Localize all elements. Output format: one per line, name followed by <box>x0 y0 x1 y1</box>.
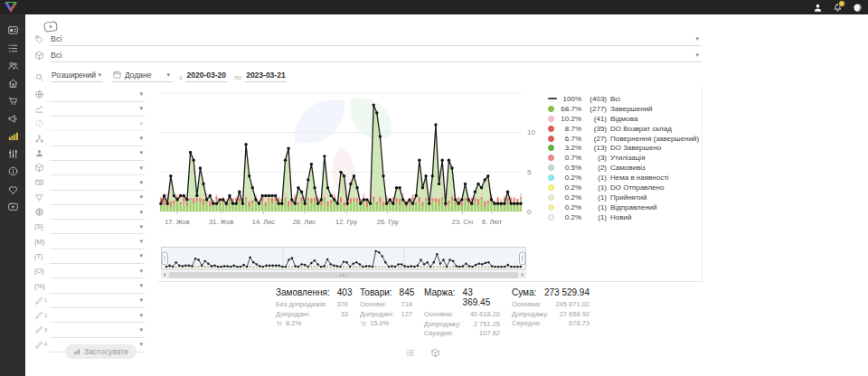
range-handle-right[interactable] <box>520 252 526 265</box>
filter-row-custom-field-2[interactable]: 2 <box>34 307 145 322</box>
chart-scrollbar[interactable] <box>161 271 526 278</box>
filter-person-select[interactable] <box>50 146 145 161</box>
legend-item[interactable]: 0.5%(2)Самовивіз <box>548 163 700 173</box>
filter-row-globe[interactable] <box>34 87 145 101</box>
filter-site-select[interactable] <box>50 204 145 220</box>
summary-value: 845 <box>400 287 415 297</box>
scrollbar-thumb[interactable] <box>169 272 518 278</box>
list-view-icon[interactable] <box>404 347 415 358</box>
filter-row-source-m[interactable]: {M} <box>34 234 145 249</box>
legend-item[interactable]: 3.2%(13)DO Завершено <box>548 143 700 153</box>
date-to-input[interactable]: 2023-03-21 <box>245 68 287 82</box>
notifications-bell-icon[interactable] <box>832 2 843 13</box>
filter-row-categories[interactable]: Всі <box>34 33 701 45</box>
legend-item[interactable]: 0.2%(1)Прийнятий <box>548 193 700 202</box>
legend-count: (1) <box>584 203 607 212</box>
orders-status-chart[interactable]: 051017. Жов31. Жов14. Лис28. Лис12. Гру2… <box>159 90 542 228</box>
scroll-left-arrow-icon[interactable] <box>161 271 168 278</box>
svg-text:17. Жов: 17. Жов <box>165 218 190 226</box>
legend-item[interactable]: 68.7%(277)Завершений <box>548 104 700 114</box>
tags-icon <box>34 34 51 44</box>
footer-view-toggles <box>404 347 440 358</box>
range-handle-left[interactable] <box>162 252 168 265</box>
svg-text:14. Лис: 14. Лис <box>252 218 276 226</box>
help-icon <box>34 118 50 128</box>
legend-item[interactable]: 0.7%(3)Утилізація <box>548 153 700 163</box>
filter-row-site[interactable] <box>34 204 145 219</box>
sidebar-item-settings[interactable] <box>0 146 25 164</box>
scroll-right-arrow-icon[interactable] <box>519 271 526 278</box>
filter-row-product[interactable] <box>34 160 145 174</box>
filter-globe-select[interactable] <box>50 87 145 102</box>
filter-funnel-select[interactable] <box>50 190 145 205</box>
legend-percent: 0.2% <box>559 213 581 221</box>
legend-item[interactable]: 8.7%(35)DO Возврат склад <box>548 124 700 134</box>
filter-row-source-s[interactable]: {S} <box>34 220 145 234</box>
date-field-select[interactable]: Додане <box>112 68 172 82</box>
sidebar-item-info[interactable] <box>0 163 25 181</box>
filter-source-pct-select[interactable] <box>50 277 145 293</box>
filter-row-source-t[interactable]: {T} <box>34 249 145 263</box>
filter-custom-field-2-select[interactable] <box>50 307 145 323</box>
filter-row-hierarchy[interactable] <box>34 131 145 146</box>
app-logo[interactable] <box>4 2 18 14</box>
search-icon[interactable] <box>34 72 52 82</box>
legend-item[interactable]: 100%(403)Всі <box>548 94 700 104</box>
apply-button[interactable]: Застосувати <box>65 344 137 359</box>
legend-item[interactable]: 10.2%(41)Відмова <box>548 114 700 124</box>
summary-sub-value: 2 751.25 <box>474 320 500 330</box>
date-from-input[interactable]: 2020-03-20 <box>185 68 227 82</box>
filter-row-custom-field-3[interactable]: 3 <box>34 323 145 337</box>
sidebar-item-orders[interactable] <box>0 40 25 58</box>
legend-dot-marker <box>548 145 554 151</box>
sidebar-item-statistics[interactable] <box>0 127 25 146</box>
filter-trend-select[interactable] <box>50 101 145 117</box>
filter-help-select[interactable] <box>50 116 145 131</box>
sidebar-item-store[interactable] <box>0 75 25 93</box>
filter-source-m-select[interactable] <box>50 233 145 249</box>
filter-row-help[interactable] <box>34 117 145 131</box>
chevron-down-icon <box>139 296 143 303</box>
filter-row-custom-field-1[interactable]: 1 <box>34 293 145 307</box>
search-mode-select[interactable]: Розширений <box>52 68 103 82</box>
filter-payment-select[interactable] <box>50 174 145 190</box>
filter-row-funnel[interactable] <box>34 190 145 204</box>
legend-item[interactable]: 0.2%(1)DO Отправлено <box>548 183 700 193</box>
filter-row-person[interactable] <box>34 146 145 160</box>
user-icon[interactable] <box>812 2 823 13</box>
summary-sub-value: 33 <box>341 310 348 320</box>
filter-row-source-pct[interactable]: {%} <box>34 278 145 293</box>
filter-custom-field-3-select[interactable] <box>50 322 145 337</box>
account-avatar[interactable] <box>852 2 863 13</box>
filter-hierarchy-select[interactable] <box>50 130 145 146</box>
legend-item[interactable]: 0.2%(1)Відправлений <box>548 202 700 212</box>
legend-label: Прийнятий <box>610 193 647 202</box>
chevron-down-icon <box>139 193 143 200</box>
sidebar-item-marketing[interactable] <box>0 110 25 128</box>
sidebar-item-partners[interactable] <box>0 181 25 199</box>
summary-sub-label: Допродажу: <box>512 310 549 320</box>
sidebar-item-tutorials[interactable] <box>0 198 25 216</box>
filter-source-t-select[interactable] <box>50 249 145 264</box>
sidebar-item-purchases[interactable] <box>0 92 25 110</box>
legend-count: (35) <box>584 125 607 133</box>
filter-source-o-select[interactable] <box>50 263 145 278</box>
sidebar-item-customers[interactable] <box>0 57 25 75</box>
sidebar-item-dashboard[interactable] <box>0 22 25 40</box>
filter-row-trend[interactable] <box>34 101 145 116</box>
legend-item[interactable]: 0.2%(1)Нема в наявності <box>548 173 700 183</box>
filter-row-payment[interactable] <box>34 175 145 190</box>
filter-source-s-select[interactable] <box>50 219 145 234</box>
legend-percent: 0.2% <box>559 174 581 182</box>
filter-row-source-o[interactable]: {O} <box>34 264 145 278</box>
box-icon <box>34 51 51 61</box>
legend-item[interactable]: 6.7%(27)Повернення (завершений) <box>548 134 700 144</box>
filter-row-products[interactable]: Всі <box>34 49 701 61</box>
chart-range-navigator[interactable] <box>161 247 526 270</box>
summary-value: 273 529.94 <box>544 287 590 297</box>
filter-custom-field-1-select[interactable] <box>50 293 145 308</box>
products-view-icon[interactable] <box>429 347 440 358</box>
filter-source-o-icon: {O} <box>34 267 50 275</box>
legend-item[interactable]: 0.2%(1)Новий <box>548 212 700 222</box>
filter-product-select[interactable] <box>50 160 145 175</box>
